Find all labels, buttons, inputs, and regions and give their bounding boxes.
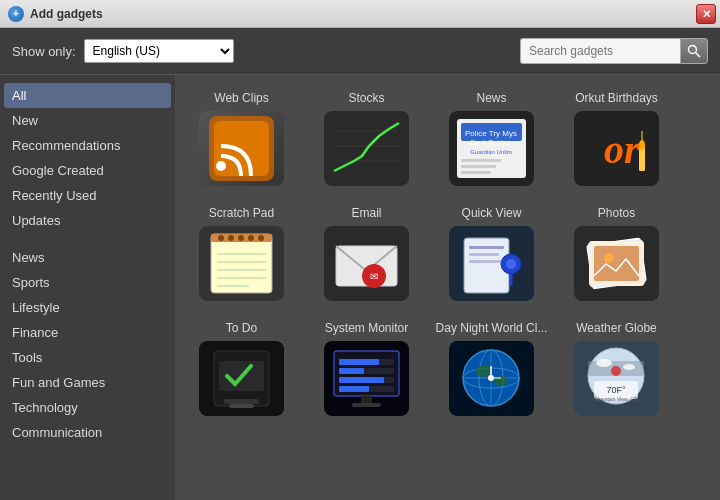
- svg-text:or: or: [604, 127, 640, 172]
- sidebar-item-communication[interactable]: Communication: [0, 420, 175, 445]
- sidebar-category-section: NewsSportsLifestyleFinanceToolsFun and G…: [0, 245, 175, 445]
- gadget-item-quickview[interactable]: Quick View: [429, 198, 554, 309]
- sidebar-item-technology[interactable]: Technology: [0, 395, 175, 420]
- gadget-icon-news: Police Try Mys Bank Robber Guardian Unli…: [449, 111, 534, 186]
- sidebar-item-recommendations[interactable]: Recommendations: [0, 133, 175, 158]
- gadget-item-scratchpad[interactable]: Scratch Pad: [179, 198, 304, 309]
- top-bar: Show only: English (US): [0, 28, 720, 75]
- sidebar-item-all[interactable]: All: [4, 83, 171, 108]
- gadget-item-worldclock[interactable]: Day Night World Cl...: [429, 313, 554, 424]
- gadget-icon-photos: [574, 226, 659, 301]
- search-icon: [687, 44, 701, 58]
- sidebar-item-lifestyle[interactable]: Lifestyle: [0, 295, 175, 320]
- gadget-item-todo[interactable]: To Do: [179, 313, 304, 424]
- body-area: AllNewRecommendationsGoogle CreatedRecen…: [0, 75, 720, 500]
- svg-rect-69: [361, 396, 372, 403]
- svg-rect-57: [224, 399, 259, 404]
- gadget-item-news[interactable]: News Police Try Mys Bank Robber Guardian…: [429, 83, 554, 194]
- gadget-item-webclips[interactable]: Web Clips: [179, 83, 304, 194]
- svg-point-46: [506, 259, 516, 269]
- svg-point-21: [639, 140, 645, 150]
- gadget-title: Web Clips: [214, 91, 268, 105]
- sidebar-item-news[interactable]: News: [0, 245, 175, 270]
- sidebar-top-section: AllNewRecommendationsGoogle CreatedRecen…: [0, 83, 175, 233]
- sidebar-item-updates[interactable]: Updates: [0, 208, 175, 233]
- svg-rect-68: [339, 386, 369, 392]
- gadget-title: Photos: [598, 206, 635, 220]
- sidebar-item-new[interactable]: New: [0, 108, 175, 133]
- title-bar-text: Add gadgets: [30, 7, 103, 21]
- svg-point-4: [216, 161, 226, 171]
- svg-rect-44: [469, 260, 501, 263]
- main-container: Show only: English (US) AllNewRecommenda…: [0, 28, 720, 500]
- gadget-row: To Do System Monitor: [179, 313, 716, 424]
- title-bar: + Add gadgets ✕: [0, 0, 720, 28]
- sidebar: AllNewRecommendationsGoogle CreatedRecen…: [0, 75, 175, 500]
- svg-point-26: [218, 235, 224, 241]
- gadget-row: Scratch Pad Email ✉ Quick View: [179, 198, 716, 309]
- svg-point-90: [623, 364, 635, 370]
- gadget-title: Orkut Birthdays: [575, 91, 658, 105]
- show-only-row: Show only: English (US): [12, 39, 234, 63]
- svg-rect-58: [229, 404, 254, 408]
- search-input[interactable]: [520, 38, 680, 64]
- gadget-item-sysmon[interactable]: System Monitor: [304, 313, 429, 424]
- gadget-icon-sysmon: [324, 341, 409, 416]
- gadget-icon-email: ✉: [324, 226, 409, 301]
- sidebar-item-fun-and-games[interactable]: Fun and Games: [0, 370, 175, 395]
- gadget-title: Email: [351, 206, 381, 220]
- svg-point-30: [258, 235, 264, 241]
- sidebar-item-google-created[interactable]: Google Created: [0, 158, 175, 183]
- gadget-icon-scratchpad: [199, 226, 284, 301]
- close-button[interactable]: ✕: [696, 4, 716, 24]
- sidebar-item-recently-used[interactable]: Recently Used: [0, 183, 175, 208]
- app-icon: +: [8, 6, 24, 22]
- gadget-icon-orkut: or: [574, 111, 659, 186]
- gadget-grid: Web Clips Stocks News Police Try Mys Ban…: [179, 83, 716, 424]
- gadget-title: News: [476, 91, 506, 105]
- gadget-item-orkut[interactable]: Orkut Birthdays or: [554, 83, 679, 194]
- gadget-item-email[interactable]: Email ✉: [304, 198, 429, 309]
- svg-rect-52: [594, 246, 639, 281]
- svg-rect-16: [461, 165, 496, 168]
- sidebar-item-tools[interactable]: Tools: [0, 345, 175, 370]
- gadget-row: Web Clips Stocks News Police Try Mys Ban…: [179, 83, 716, 194]
- sidebar-item-sports[interactable]: Sports: [0, 270, 175, 295]
- gadget-title: Day Night World Cl...: [436, 321, 548, 335]
- svg-rect-24: [211, 234, 272, 293]
- gadget-title: To Do: [226, 321, 257, 335]
- svg-text:Mountain View, CA: Mountain View, CA: [595, 396, 638, 402]
- show-only-label: Show only:: [12, 44, 76, 59]
- gadget-title: Stocks: [348, 91, 384, 105]
- svg-point-0: [689, 46, 697, 54]
- svg-rect-15: [461, 159, 501, 162]
- svg-text:✉: ✉: [370, 271, 378, 282]
- svg-point-77: [476, 365, 492, 377]
- gadget-item-weatherglobe[interactable]: Weather Globe 70F° Mountain View, CA: [554, 313, 679, 424]
- search-button[interactable]: [680, 38, 708, 64]
- gadget-icon-worldclock: [449, 341, 534, 416]
- svg-rect-62: [339, 359, 379, 365]
- gadget-icon-quickview: [449, 226, 534, 301]
- svg-text:Police Try Mys: Police Try Mys: [465, 129, 517, 138]
- svg-rect-43: [469, 253, 499, 256]
- svg-line-1: [696, 53, 701, 58]
- gadget-title: Weather Globe: [576, 321, 657, 335]
- gadget-title: System Monitor: [325, 321, 408, 335]
- gadget-title: Scratch Pad: [209, 206, 274, 220]
- gadget-icon-todo: [199, 341, 284, 416]
- gadget-icon-stocks: [324, 111, 409, 186]
- svg-point-27: [228, 235, 234, 241]
- svg-rect-64: [339, 368, 364, 374]
- gadget-icon-weatherglobe: 70F° Mountain View, CA: [574, 341, 659, 416]
- search-bar: [520, 38, 708, 64]
- svg-text:Bank Robber: Bank Robber: [471, 139, 513, 146]
- language-select[interactable]: English (US): [84, 39, 234, 63]
- gadget-title: Quick View: [462, 206, 522, 220]
- svg-text:Guardian Unlim: Guardian Unlim: [470, 149, 512, 155]
- sidebar-item-finance[interactable]: Finance: [0, 320, 175, 345]
- gadget-item-stocks[interactable]: Stocks: [304, 83, 429, 194]
- svg-rect-42: [469, 246, 504, 249]
- svg-point-85: [611, 366, 621, 376]
- gadget-item-photos[interactable]: Photos: [554, 198, 679, 309]
